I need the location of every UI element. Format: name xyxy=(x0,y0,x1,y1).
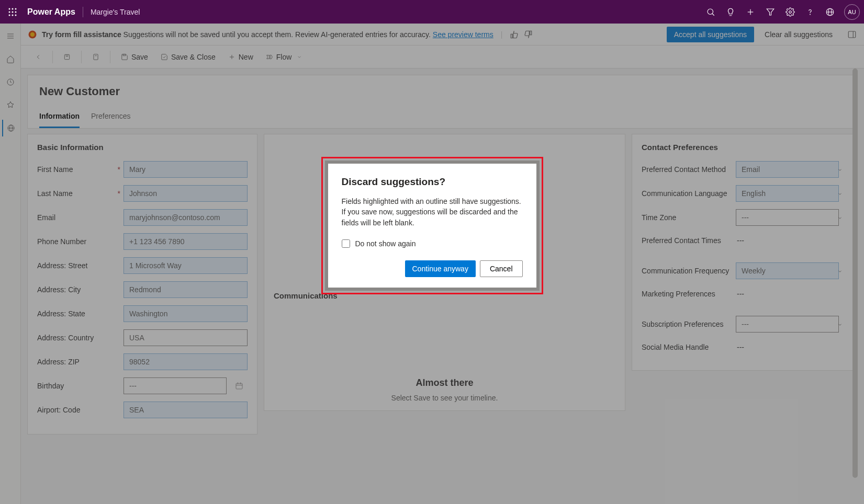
dialog-title: Discard suggestions? xyxy=(342,176,523,188)
svg-point-8 xyxy=(15,14,17,16)
discard-suggestions-dialog: Discard suggestions? Fields highlighted … xyxy=(328,164,536,288)
settings-icon[interactable] xyxy=(781,3,799,21)
svg-point-1 xyxy=(12,8,14,9)
svg-line-10 xyxy=(712,14,714,16)
svg-point-5 xyxy=(15,11,17,13)
continue-anyway-button[interactable]: Continue anyway xyxy=(405,260,476,277)
user-avatar[interactable]: AU xyxy=(844,4,860,20)
svg-point-2 xyxy=(15,8,17,9)
svg-point-15 xyxy=(810,14,811,15)
svg-point-4 xyxy=(12,11,14,13)
cancel-button[interactable]: Cancel xyxy=(480,260,523,277)
dialog-highlight-box: Discard suggestions? Fields highlighted … xyxy=(321,157,543,294)
filter-icon[interactable] xyxy=(761,3,779,21)
topbar: Power Apps Margie's Travel AU xyxy=(0,0,864,24)
dont-show-again-checkbox[interactable] xyxy=(342,239,350,248)
lightbulb-icon[interactable] xyxy=(722,3,739,21)
svg-point-0 xyxy=(9,8,10,9)
dialog-body: Fields highlighted with an outline still… xyxy=(342,196,523,228)
svg-point-14 xyxy=(789,10,792,13)
globe-icon[interactable] xyxy=(821,3,839,21)
svg-point-3 xyxy=(9,11,10,13)
app-launcher-icon[interactable] xyxy=(4,4,21,20)
app-title: Power Apps xyxy=(27,7,75,17)
svg-point-7 xyxy=(12,14,14,16)
help-icon[interactable] xyxy=(801,3,819,21)
search-icon[interactable] xyxy=(702,3,720,21)
divider xyxy=(83,7,83,17)
svg-point-6 xyxy=(9,14,10,16)
dont-show-again-label[interactable]: Do not show again xyxy=(342,239,523,248)
environment-name[interactable]: Margie's Travel xyxy=(91,8,140,16)
plus-icon[interactable] xyxy=(742,3,759,21)
svg-point-9 xyxy=(708,9,713,15)
svg-marker-13 xyxy=(767,9,774,15)
